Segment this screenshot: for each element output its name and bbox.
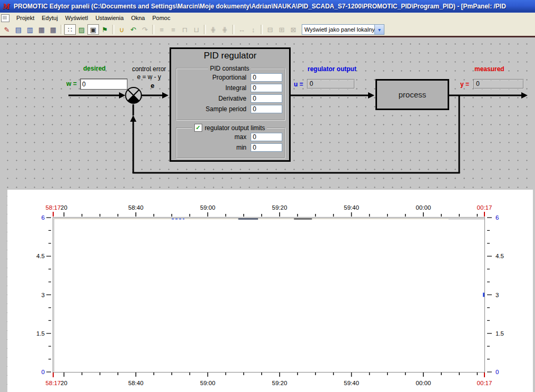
redo-icon: ↷ [142,26,148,33]
integral-input[interactable] [251,84,282,92]
align-bottom-button: ⊔ [191,24,202,35]
value-label-right: 4.5 [496,253,504,259]
time-label-bottom: 58:40 [128,380,144,386]
pid-regulator-box[interactable]: PID regulator PID constants Proportional… [170,47,291,162]
derivative-label: Derivative [219,95,246,102]
time-label-top: 59:20 [272,204,288,211]
time-label-bottom: 59:20 [272,380,288,386]
redo-button: ↷ [139,24,151,35]
toolbar: ✎▤▥▦▦∷▨▣⚑∪↶↷≡≡⊓⊔⋕⋕↔↕⊟⊞⊠ Wyświetl jako pa… [0,23,535,36]
save-button[interactable]: ▤ [13,24,24,35]
grid-toggle-button[interactable]: ∷ [64,24,76,35]
value-label-left: 6 [42,214,45,221]
value-label-right: 6 [496,214,499,221]
sample-period-label: Sample period [206,105,246,113]
space-vertical-button: ↕ [247,24,259,35]
undo-button[interactable]: ↶ [127,24,139,35]
image-items-button[interactable]: ▨ [76,24,87,35]
time-label-top: 00:17 [477,204,492,211]
menu-item-okna[interactable]: Okna [127,14,148,22]
pid-constants-group: PID constants Proportional Integral Deri… [176,65,285,121]
align-top-icon: ⊓ [182,26,187,33]
align-left-icon: ≡ [160,26,164,33]
grid-toggle-icon: ∷ [68,26,72,33]
align-bottom-icon: ⊔ [194,26,199,33]
editor-settings-button[interactable]: ▦ [36,24,47,35]
window-title: PROMOTIC Edytor paneli (C:\Documents and… [14,3,506,10]
time-label-bottom: 59:00 [200,380,215,386]
space-horizontal-button: ↔ [236,24,247,35]
max-input[interactable] [251,133,282,141]
toolbar-separator [112,25,114,34]
panel-canvas[interactable]: desired w = control error e = w - y e PI… [0,37,535,392]
save-all-icon: ▥ [27,26,33,33]
menu-item-ustawienia[interactable]: Ustawienia [92,14,127,22]
trend-chart[interactable]: 58:1758:17202058:4058:4059:0059:0059:205… [7,190,533,392]
time-label-bottom: 00:17 [477,380,492,386]
title-bar[interactable]: M PROMOTIC Edytor paneli (C:\Documents a… [0,0,535,13]
center-vertical-icon: ⋕ [222,26,228,33]
time-label-top: 58:17 [46,204,61,211]
basket-button[interactable]: ∪ [116,24,127,35]
value-label-right: 0 [496,369,499,375]
process-label: process [399,90,427,99]
pid-constants-legend: PID constants [208,65,252,72]
max-label: max [234,133,246,141]
y-prefix: y = [460,81,469,88]
edit-graphics-button[interactable]: ✎ [1,24,13,35]
time-label-top: 59:00 [200,204,215,211]
save-all-button[interactable]: ▥ [24,24,36,35]
time-label-top: 00:00 [416,204,431,211]
desired-label: desired [83,65,106,72]
toolbar-separator [261,25,263,34]
editor-settings-2-button[interactable]: ▦ [47,24,59,35]
same-height-button: ⊞ [276,24,288,35]
value-label-right: 3 [496,292,499,298]
align-right-icon: ≡ [171,26,175,33]
editor-settings-icon: ▦ [38,26,45,33]
pid-regulator-title: PID regulator [171,51,289,61]
run-test-button[interactable]: ⚑ [99,24,111,35]
value-label-left: 0 [42,369,45,375]
panel-view-combo-value: Wyświetl jako panel lokalny [302,26,374,33]
align-top-button: ⊓ [179,24,191,35]
value-label-left: 1.5 [36,330,45,337]
center-horizontal-button: ⋕ [207,24,219,35]
edit-graphics-icon: ✎ [4,26,10,33]
min-label: min [236,144,246,151]
toolbar-separator [204,25,206,34]
nested-panels-button[interactable]: ▣ [87,24,99,35]
time-label-top: 59:40 [344,204,359,211]
toolbar-separator [152,25,154,34]
value-label-right: 1.5 [496,330,504,337]
plot-area [53,218,485,373]
time-label-bottom: 00:00 [416,380,431,386]
sample-period-input[interactable] [251,105,282,113]
proportional-input[interactable] [251,73,282,82]
time-label-bottom: 58:17 [46,380,61,386]
limits-checkbox[interactable]: ✓ [194,124,202,132]
min-input[interactable] [251,143,282,152]
menu-item-edytuj[interactable]: Edytuj [38,14,62,22]
time-label-top: 58:40 [128,204,144,211]
e-label: e [151,82,154,90]
output-limits-legend: ✓ regulator output limits [192,124,268,132]
undo-icon: ↶ [131,26,136,33]
menu-item-pomoc[interactable]: Pomoc [148,14,174,22]
editor-settings-2-icon: ▦ [50,26,56,33]
child-window-icon[interactable] [1,14,9,22]
w-input[interactable] [80,79,127,90]
menu-item-wyswietl[interactable]: Wyświetl [62,14,92,22]
align-left-button: ≡ [156,24,167,35]
menu-item-projekt[interactable]: Projekt [13,14,38,22]
process-box[interactable]: process [375,79,449,110]
combo-dropdown-icon[interactable]: ▾ [374,25,384,34]
promotic-editor-window: M PROMOTIC Edytor paneli (C:\Documents a… [0,0,535,392]
image-items-icon: ▨ [78,26,85,33]
derivative-input[interactable] [251,94,282,103]
nested-panels-icon: ▣ [90,26,96,33]
toolbar-separator [61,25,63,34]
space-vertical-icon: ↕ [252,26,255,33]
same-height-icon: ⊞ [279,26,285,33]
panel-view-combo[interactable]: Wyświetl jako panel lokalny ▾ [302,24,384,35]
